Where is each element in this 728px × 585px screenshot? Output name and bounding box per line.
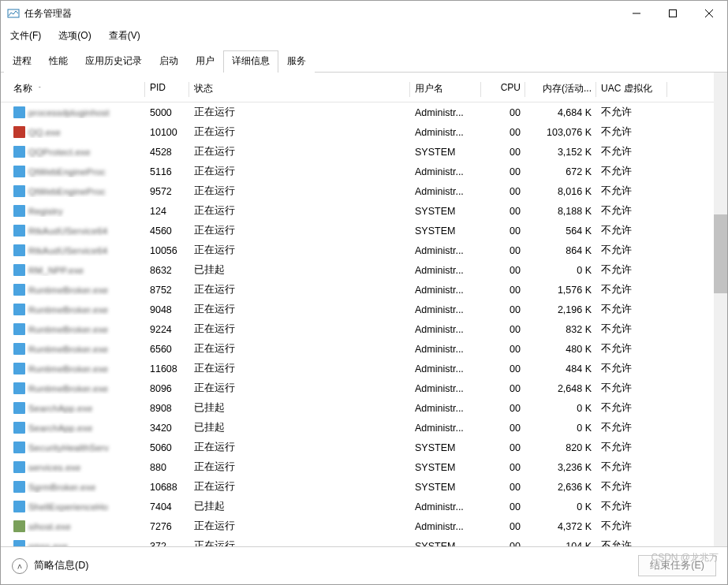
- table-row[interactable]: QtWebEngineProc9572正在运行Administr...008,0…: [1, 181, 714, 201]
- menu-view[interactable]: 查看(V): [106, 28, 144, 44]
- table-row[interactable]: QQProtect.exe4528正在运行SYSTEM003,152 K不允许: [1, 142, 714, 162]
- process-icon: [13, 520, 25, 532]
- cell-uac: 不允许: [596, 401, 667, 415]
- tab-5[interactable]: 详细信息: [223, 50, 278, 73]
- cell-status: 正在运行: [189, 382, 410, 395]
- cell-user: Administr...: [410, 344, 481, 355]
- cell-pid: 8908: [145, 403, 189, 414]
- table-row[interactable]: ShellExperienceHo7404已挂起Administr...000 …: [1, 497, 714, 516]
- close-button[interactable]: [691, 1, 727, 26]
- cell-user: Administr...: [410, 501, 481, 512]
- col-header-uac[interactable]: UAC 虚拟化: [596, 79, 667, 102]
- cell-uac: 不允许: [596, 480, 667, 494]
- vertical-scrollbar[interactable]: [714, 73, 727, 546]
- cell-uac: 不允许: [596, 520, 667, 533]
- cell-cpu: 00: [481, 423, 525, 434]
- tab-6[interactable]: 服务: [278, 50, 315, 73]
- process-icon: [13, 166, 25, 177]
- process-name: services.exe: [28, 463, 80, 472]
- cell-cpu: 00: [481, 245, 525, 256]
- cell-status: 正在运行: [189, 322, 410, 336]
- cell-cpu: 00: [481, 147, 525, 158]
- col-header-cpu[interactable]: CPU: [481, 79, 525, 102]
- maximize-button[interactable]: [655, 1, 691, 26]
- tab-0[interactable]: 进程: [4, 50, 40, 73]
- table-row[interactable]: sihost.exe7276正在运行Administr...004,372 K不…: [1, 516, 714, 536]
- cell-uac: 不允许: [596, 165, 667, 178]
- window-title: 任务管理器: [24, 7, 72, 20]
- process-icon: [13, 481, 25, 493]
- cell-uac: 不允许: [596, 145, 667, 158]
- table-row[interactable]: SecurityHealthServ5060正在运行SYSTEM00820 K不…: [1, 438, 714, 457]
- cell-uac: 不允许: [596, 500, 667, 513]
- cell-pid: 10056: [145, 245, 189, 256]
- cell-pid: 9224: [145, 324, 189, 335]
- col-header-mem[interactable]: 内存(活动...: [525, 79, 596, 102]
- cell-mem: 672 K: [525, 166, 596, 177]
- cell-mem: 3,152 K: [525, 147, 596, 158]
- table-row[interactable]: QQ.exe10100正在运行Administr...00103,076 K不允…: [1, 122, 714, 142]
- table-row[interactable]: RtkAudUService6410056正在运行Administr...008…: [1, 240, 714, 260]
- tab-1[interactable]: 性能: [40, 50, 77, 73]
- table-row[interactable]: RuntimeBroker.exe9224正在运行Administr...008…: [1, 319, 714, 339]
- process-icon: [13, 304, 25, 315]
- cell-cpu: 00: [481, 225, 525, 237]
- minimize-button[interactable]: [618, 1, 655, 26]
- tab-2[interactable]: 应用历史记录: [77, 50, 151, 73]
- table-row[interactable]: SgrmBroker.exe10688正在运行SYSTEM002,636 K不允…: [1, 477, 714, 497]
- cell-pid: 10100: [145, 127, 189, 138]
- table-row[interactable]: SearchApp.exe8908已挂起Administr...000 K不允许: [1, 398, 714, 418]
- table-row[interactable]: Registry124正在运行SYSTEM008,188 K不允许: [1, 201, 714, 221]
- app-icon: [7, 7, 20, 20]
- cell-mem: 0 K: [525, 265, 596, 276]
- tab-4[interactable]: 用户: [187, 50, 223, 73]
- table-header[interactable]: 名称ˇ PID 状态 用户名 CPU 内存(活动... UAC 虚拟化: [1, 79, 714, 102]
- process-name: sihost.exe: [28, 522, 71, 531]
- table-row[interactable]: RtkAudUService644560正在运行SYSTEM00564 K不允许: [1, 221, 714, 240]
- process-name: RuntimeBroker.exe: [28, 285, 108, 295]
- titlebar[interactable]: 任务管理器: [1, 1, 727, 26]
- table-row[interactable]: RuntimeBroker.exe9048正在运行Administr...002…: [1, 300, 714, 319]
- process-icon: [13, 323, 25, 335]
- cell-pid: 5060: [145, 442, 189, 453]
- cell-cpu: 00: [481, 324, 525, 335]
- table-row[interactable]: RuntimeBroker.exe8752正在运行Administr...001…: [1, 280, 714, 300]
- cell-status: 正在运行: [189, 204, 410, 218]
- scroll-thumb[interactable]: [714, 214, 727, 293]
- col-header-user[interactable]: 用户名: [410, 79, 481, 102]
- table-row[interactable]: SearchApp.exe3420已挂起Administr...000 K不允许: [1, 418, 714, 438]
- table-row[interactable]: processdpluginhost5000正在运行Administr...00…: [1, 102, 714, 122]
- cell-mem: 0 K: [525, 403, 596, 414]
- table-row[interactable]: RM_NPP.exe8632已挂起Administr...000 K不允许: [1, 260, 714, 280]
- table-row[interactable]: RuntimeBroker.exe11608正在运行Administr...00…: [1, 359, 714, 378]
- table-row[interactable]: QtWebEngineProc5116正在运行Administr...00672…: [1, 162, 714, 181]
- col-header-name[interactable]: 名称ˇ: [9, 79, 145, 102]
- cell-pid: 372: [145, 541, 189, 547]
- cell-user: Administr...: [410, 107, 481, 118]
- cell-user: Administr...: [410, 403, 481, 414]
- col-header-pid[interactable]: PID: [145, 79, 189, 102]
- menu-file[interactable]: 文件(F): [7, 28, 44, 44]
- table-row[interactable]: smss.exe372正在运行SYSTEM00104 K不允许: [1, 536, 714, 546]
- cell-user: Administr...: [410, 285, 481, 296]
- process-name: RuntimeBroker.exe: [28, 364, 108, 374]
- table-row[interactable]: RuntimeBroker.exe6560正在运行Administr...004…: [1, 339, 714, 359]
- process-table: 名称ˇ PID 状态 用户名 CPU 内存(活动... UAC 虚拟化 proc…: [1, 73, 714, 546]
- tab-3[interactable]: 启动: [151, 50, 187, 73]
- cell-cpu: 00: [481, 501, 525, 512]
- process-icon: [13, 363, 25, 374]
- cell-uac: 不允许: [596, 322, 667, 336]
- end-task-button[interactable]: 结束任务(E): [638, 555, 716, 576]
- process-name: RuntimeBroker.exe: [28, 305, 108, 315]
- table-row[interactable]: RuntimeBroker.exe8096正在运行Administr...002…: [1, 378, 714, 398]
- cell-status: 正在运行: [189, 125, 410, 139]
- process-icon: [13, 382, 25, 394]
- cell-user: Administr...: [410, 324, 481, 335]
- col-header-status[interactable]: 状态: [189, 79, 410, 102]
- cell-pid: 9572: [145, 186, 189, 197]
- brief-info-button[interactable]: ʌ 简略信息(D): [12, 558, 88, 574]
- menu-options[interactable]: 选项(O): [55, 28, 94, 44]
- cell-status: 正在运行: [189, 283, 410, 296]
- table-row[interactable]: services.exe880正在运行SYSTEM003,236 K不允许: [1, 457, 714, 477]
- cell-uac: 不允许: [596, 362, 667, 375]
